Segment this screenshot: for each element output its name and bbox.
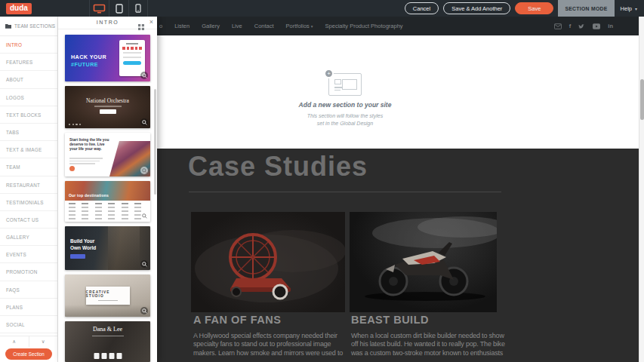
panel-scrollbar[interactable] — [154, 89, 156, 195]
case-study-text: When a local custom dirt bike builder ne… — [351, 332, 511, 357]
signup-form-preview — [119, 40, 145, 76]
template-thumb-top-destinations[interactable]: Our top destinations — [65, 181, 150, 222]
twitter-icon[interactable] — [578, 23, 585, 29]
sidebar-item-text-image[interactable]: TEXT & IMAGE — [0, 141, 57, 158]
scroll-down-button[interactable]: ∨ — [29, 336, 58, 347]
folder-icon — [5, 23, 11, 29]
tablet-device-button[interactable] — [109, 0, 128, 17]
add-section-dropzone[interactable]: + Add a new section to your site This se… — [157, 35, 639, 149]
zoom-preview-icon[interactable] — [140, 212, 148, 219]
thumb-table-preview — [69, 203, 146, 222]
linkedin-icon[interactable]: in — [608, 23, 613, 29]
thumb-heading: National Orchestra — [65, 97, 150, 104]
zoom-preview-icon[interactable] — [140, 167, 148, 174]
plus-icon: + — [324, 69, 334, 78]
nav-item-listen[interactable]: Listen — [174, 23, 190, 29]
close-icon[interactable]: × — [149, 18, 153, 26]
nav-item-contact[interactable]: Contact — [254, 23, 274, 29]
email-icon[interactable] — [554, 23, 562, 29]
thumb-button — [70, 254, 85, 259]
thumbnail-list: HACK YOUR #FUTURE National Orchestra — [58, 29, 157, 362]
site-navbar: o Listen Gallery Live Contact Portfolios… — [157, 17, 639, 35]
thumb-heading: #FUTURE — [71, 61, 98, 68]
sidebar-item-tabs[interactable]: TABS — [0, 124, 57, 141]
thumb-heading: Build Your — [70, 238, 94, 244]
sidebar-item-features[interactable]: FEATURES — [0, 54, 57, 71]
thumb-heading: Own World — [70, 245, 96, 250]
save-button[interactable]: Save — [515, 2, 553, 14]
add-section-placeholder: + Add a new section to your site This se… — [292, 73, 398, 127]
tablet-icon — [116, 4, 123, 14]
template-thumb-dana-and-lee[interactable]: Dana & Lee — [65, 321, 150, 362]
sidebar-item-plans[interactable]: PLANS — [0, 299, 57, 316]
thumb-heading: Our top destinations — [69, 193, 109, 198]
nav-item-label: Portfolios — [286, 23, 310, 29]
sidebar-item-team[interactable]: TEAM — [0, 158, 57, 176]
sidebar-item-gallery[interactable]: GALLERY — [0, 229, 57, 246]
sidebar-item-logos[interactable]: LOGOS — [0, 89, 57, 106]
nav-item-gallery[interactable]: Gallery — [202, 23, 220, 29]
case-studies-section: Case Studies — [157, 149, 639, 362]
help-menu[interactable]: Help ▾ — [621, 5, 637, 12]
save-add-another-button[interactable]: Save & Add Another — [443, 2, 510, 14]
sidebar-item-events[interactable]: EVENTS — [0, 246, 57, 263]
template-thumb-live-your-way[interactable]: Start living the life you deserve to liv… — [65, 133, 150, 176]
template-thumb-national-orchestra[interactable]: National Orchestra — [65, 86, 150, 128]
add-section-title: Add a new section to your site — [292, 101, 398, 109]
nav-item-specialty-product-photography[interactable]: Specialty Product Photography — [325, 23, 403, 29]
thumb-heading: Dana & Lee — [65, 326, 150, 333]
youtube-icon[interactable] — [593, 23, 600, 29]
sidebar-header: TEAM SECTIONS — [0, 17, 57, 36]
case-study-image-fan — [191, 212, 345, 312]
thumb-heading: Start living the life you deserve to liv… — [69, 138, 113, 152]
topbar-actions: Cancel Save & Add Another Save SECTION M… — [405, 0, 644, 17]
zoom-preview-icon[interactable] — [140, 260, 148, 268]
sidebar-item-testimonials[interactable]: TESTIMONIALS — [0, 194, 57, 211]
duda-editor: duda Cancel Save & Add — [0, 0, 644, 362]
section-placeholder-icon: + — [328, 73, 362, 96]
template-thumb-creative-studio[interactable]: CREATIVE STUDIO — [65, 275, 150, 317]
add-section-subtitle: This section will follow the styles set … — [292, 112, 398, 127]
case-study-image-bike — [350, 212, 497, 312]
sidebar-item-text-blocks[interactable]: TEXT BLOCKS — [0, 106, 57, 124]
thumb-heading: CREATIVE STUDIO — [86, 290, 130, 298]
nav-item-portfolios[interactable]: Portfolios▾ — [286, 23, 313, 29]
template-thumb-hack-your-future[interactable]: HACK YOUR #FUTURE — [65, 35, 150, 81]
zoom-preview-icon[interactable] — [140, 307, 148, 314]
facebook-icon[interactable]: f — [569, 23, 572, 29]
section-categories-sidebar: TEAM SECTIONS INTRO FEATURES ABOUT LOGOS… — [0, 17, 58, 362]
thumb-card: CREATIVE STUDIO — [86, 287, 130, 305]
site-preview: o Listen Gallery Live Contact Portfolios… — [157, 17, 639, 362]
sidebar-item-restaurant[interactable]: RESTAURANT — [0, 176, 57, 194]
panel-header: INTRO × — [58, 17, 157, 29]
scrollbar-thumb[interactable] — [640, 79, 644, 120]
sidebar-item-social[interactable]: SOCIAL — [0, 316, 57, 333]
nav-item-live[interactable]: Live — [232, 23, 242, 29]
thumb-photo — [65, 181, 150, 201]
editor-topbar: duda Cancel Save & Add — [0, 0, 644, 17]
sidebar-item-intro[interactable]: INTRO — [0, 36, 57, 54]
nav-item-clipped[interactable]: o — [159, 23, 162, 29]
cancel-button[interactable]: Cancel — [405, 2, 439, 14]
sidebar-item-promotion[interactable]: PROMOTION — [0, 263, 57, 281]
case-study-text: A Hollywood special effects company need… — [193, 332, 349, 357]
zoom-preview-icon[interactable] — [140, 118, 148, 126]
sidebar-item-about[interactable]: ABOUT — [0, 71, 57, 88]
page-scrollbar[interactable] — [639, 17, 644, 362]
sidebar-item-faqs[interactable]: FAQS — [0, 281, 57, 299]
help-label: Help — [621, 5, 632, 12]
desktop-device-button[interactable] — [89, 0, 109, 17]
case-study-title: A FAN OF FANS — [193, 314, 281, 326]
create-section-button[interactable]: Create Section — [5, 348, 52, 360]
sidebar-header-label: TEAM SECTIONS — [14, 23, 55, 29]
zoom-preview-icon[interactable] — [140, 72, 148, 79]
sidebar-item-contact-us[interactable]: CONTACT US — [0, 211, 57, 229]
section-mode-badge[interactable]: SECTION MODE — [558, 0, 614, 17]
template-thumb-build-your-own-world[interactable]: Build Your Own World — [65, 226, 150, 270]
chevron-down-icon: ▾ — [635, 6, 637, 11]
chevron-down-icon: ▾ — [311, 24, 313, 29]
duda-logo[interactable]: duda — [6, 3, 32, 14]
thumb-button — [69, 166, 75, 171]
scroll-up-button[interactable]: ∧ — [0, 336, 29, 347]
mobile-device-button[interactable] — [128, 0, 148, 17]
